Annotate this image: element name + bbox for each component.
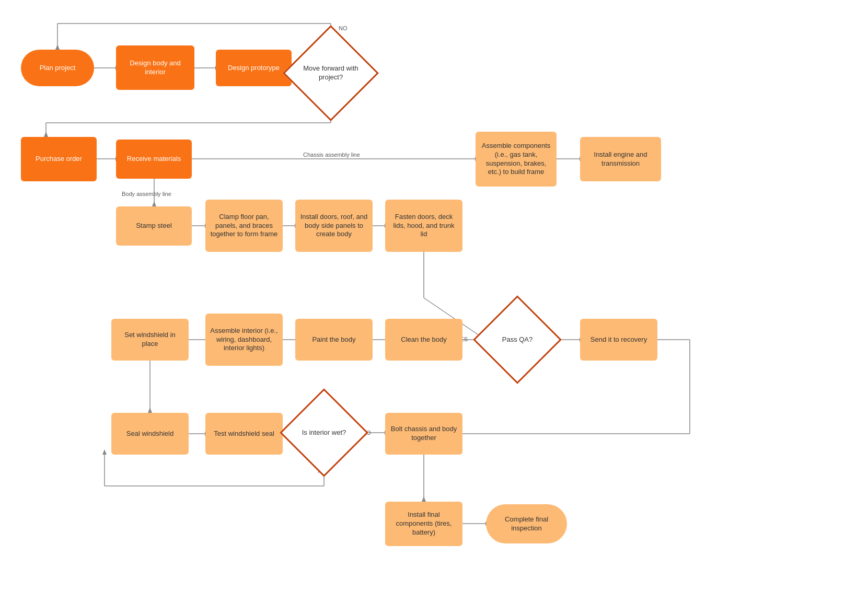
- pass-qa-node: Pass QA?: [473, 295, 562, 384]
- test-windshield-node: Test windshield seal: [205, 413, 283, 455]
- clamp-floor-label: Clamp floor pan, panels, and braces toge…: [210, 213, 279, 239]
- assemble-interior-node: Assemble interior (i.e., wiring, dashboa…: [205, 314, 283, 366]
- install-engine-label: Install engine and transmission: [584, 150, 657, 168]
- plan-project-label: Plan project: [40, 64, 76, 73]
- fasten-doors-node: Fasten doors, deck lids, hood, and trunk…: [385, 200, 462, 252]
- install-final-label: Install final components (tires, battery…: [389, 511, 458, 537]
- send-recovery-label: Send it to recovery: [591, 335, 647, 344]
- clamp-floor-node: Clamp floor pan, panels, and braces toge…: [205, 200, 283, 252]
- design-body-node: Design body and interior: [116, 45, 194, 90]
- assemble-components-label: Assemble components (i.e., gas tank, sus…: [480, 142, 552, 177]
- svg-marker-9: [55, 44, 60, 50]
- stamp-steel-node: Stamp steel: [116, 206, 192, 246]
- flowchart: NO YES Chassis assembly line Body assemb…: [0, 0, 868, 614]
- seal-windshield-node: Seal windshield: [111, 413, 189, 455]
- install-engine-node: Install engine and transmission: [580, 137, 661, 181]
- is-interior-wet-label: Is interior wet?: [302, 428, 346, 437]
- design-prototype-node: Design protorype: [216, 50, 292, 86]
- purchase-order-node: Purchase order: [21, 137, 97, 181]
- svg-marker-21: [152, 201, 156, 206]
- move-forward-node: Move forward with project?: [283, 25, 379, 121]
- svg-marker-42: [148, 408, 152, 413]
- bolt-chassis-label: Bolt chassis and body together: [389, 425, 458, 443]
- chassis-assembly-label: Chassis assembly line: [303, 152, 360, 158]
- install-final-node: Install final components (tires, battery…: [385, 502, 462, 546]
- receive-materials-node: Receive materials: [116, 140, 192, 179]
- svg-marker-52: [102, 449, 107, 455]
- no-top-label: NO: [339, 25, 348, 31]
- install-doors-label: Install doors, roof, and body side panel…: [299, 213, 368, 239]
- bolt-chassis-node: Bolt chassis and body together: [385, 413, 462, 455]
- seal-windshield-label: Seal windshield: [126, 430, 173, 438]
- receive-materials-label: Receive materials: [127, 155, 181, 164]
- purchase-order-label: Purchase order: [36, 155, 82, 164]
- svg-marker-54: [422, 496, 426, 502]
- set-windshield-node: Set windshield in place: [111, 319, 189, 361]
- complete-inspection-node: Complete final inspection: [486, 504, 567, 543]
- paint-body-node: Paint the body: [295, 319, 373, 361]
- body-assembly-label: Body assembly line: [122, 191, 171, 197]
- assemble-interior-label: Assemble interior (i.e., wiring, dashboa…: [210, 327, 279, 353]
- assemble-components-node: Assemble components (i.e., gas tank, sus…: [476, 132, 557, 187]
- pass-qa-label: Pass QA?: [502, 335, 533, 344]
- fasten-doors-label: Fasten doors, deck lids, hood, and trunk…: [389, 213, 458, 239]
- svg-marker-13: [44, 132, 48, 137]
- clean-body-node: Clean the body: [385, 319, 462, 361]
- plan-project-node: Plan project: [21, 50, 94, 86]
- complete-inspection-label: Complete final inspection: [490, 515, 563, 533]
- test-windshield-label: Test windshield seal: [214, 430, 274, 438]
- stamp-steel-label: Stamp steel: [136, 222, 172, 230]
- set-windshield-label: Set windshield in place: [115, 331, 184, 349]
- design-body-label: Design body and interior: [120, 59, 190, 77]
- paint-body-label: Paint the body: [312, 335, 355, 344]
- send-recovery-node: Send it to recovery: [580, 319, 657, 361]
- is-interior-wet-node: Is interior wet?: [280, 388, 368, 477]
- clean-body-label: Clean the body: [401, 335, 446, 344]
- install-doors-node: Install doors, roof, and body side panel…: [295, 200, 373, 252]
- design-prototype-label: Design protorype: [228, 64, 280, 73]
- move-forward-label: Move forward with project?: [303, 64, 359, 82]
